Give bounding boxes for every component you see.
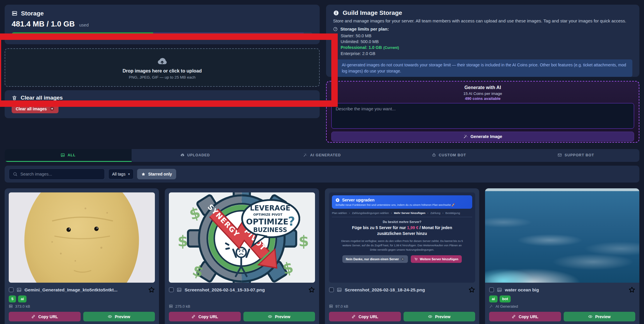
add-servers-button: Weitere Server hinzufügen bbox=[411, 255, 462, 263]
left-column: Storage 481.4 MB / 1.0 GB used Drop imag… bbox=[5, 5, 320, 143]
card-title-row: Screenshot_2026-02-18_18-24-25.png bbox=[329, 286, 475, 293]
generate-image-button[interactable]: Generate Image bbox=[331, 132, 634, 141]
search-box bbox=[9, 169, 105, 180]
star-icon bbox=[141, 172, 146, 176]
star-toggle[interactable] bbox=[308, 286, 315, 293]
star-outline-icon bbox=[468, 286, 475, 293]
storage-card-header: Storage bbox=[12, 10, 313, 17]
preview-button[interactable]: Preview bbox=[404, 312, 475, 321]
tab-support-bot[interactable]: SUPPORT BOT bbox=[512, 149, 639, 162]
tag-badge: bot bbox=[500, 295, 511, 302]
guild-info-description: Store and manage images for your server.… bbox=[333, 18, 632, 23]
star-toggle[interactable] bbox=[629, 286, 635, 293]
right-column: Guild Image Storage Store and manage ima… bbox=[326, 5, 639, 143]
card-tags-empty bbox=[169, 295, 315, 302]
storage-card: Storage 481.4 MB / 1.0 GB used bbox=[5, 5, 320, 44]
breadcrumb-separator: › bbox=[427, 211, 428, 215]
eye-icon bbox=[108, 314, 112, 319]
card-actions: Copy URL Preview Download Rename bbox=[9, 312, 155, 324]
storage-separator: / bbox=[45, 20, 51, 28]
card-checkbox[interactable] bbox=[169, 287, 174, 292]
preview-label: Preview bbox=[275, 314, 290, 319]
ai-prompt-input[interactable] bbox=[331, 103, 634, 129]
image-card-grid: Gemini_Generated_Image_kto5ntkto5ntkt...… bbox=[5, 188, 639, 324]
arrow-right-circle-icon bbox=[49, 106, 54, 111]
tab-all[interactable]: ALL bbox=[5, 149, 132, 162]
search-input[interactable] bbox=[20, 172, 101, 176]
tag-badge: 5 bbox=[9, 295, 16, 302]
breadcrumb-step: Bestätigung bbox=[445, 211, 460, 215]
generate-ai-cost: 15 AI Coins per image bbox=[331, 91, 634, 96]
image-card-upgrade-screenshot: Server upgraden Schalte neue Funktionen … bbox=[325, 188, 479, 324]
potato-photo bbox=[9, 192, 155, 283]
card-image-upgrade-screenshot[interactable]: Server upgraden Schalte neue Funktionen … bbox=[329, 192, 475, 283]
wand-icon bbox=[303, 153, 307, 157]
storage-used: 481.4 MB bbox=[12, 20, 45, 28]
storage-progress-ai-segment bbox=[153, 32, 304, 37]
tab-custom-bot-label: CUSTOM BOT bbox=[439, 153, 466, 157]
card-checkbox[interactable] bbox=[9, 287, 14, 292]
storage-progress-used-segment bbox=[12, 32, 153, 37]
link-icon bbox=[351, 314, 356, 319]
storage-limits-header: Storage limits per plan: bbox=[333, 26, 632, 31]
bubble-optimize-pivot: OPTIMIZE PIVOT bbox=[253, 213, 282, 217]
preview-button[interactable]: Preview bbox=[243, 312, 315, 321]
star-filled-icon bbox=[148, 286, 155, 293]
card-image-diagram[interactable]: $$ $$ $$ bbox=[169, 192, 315, 283]
storage-total: 1.0 GB bbox=[51, 20, 75, 28]
copy-url-button[interactable]: Copy URL bbox=[169, 312, 241, 321]
card-filename: water ocean big bbox=[505, 287, 626, 293]
starred-only-label: Starred only bbox=[148, 172, 172, 176]
breadcrumb-separator: › bbox=[391, 211, 392, 215]
card-title-row: Screenshot_2026-02-14_15-33-07.png bbox=[169, 286, 315, 293]
copy-url-button[interactable]: Copy URL bbox=[489, 312, 561, 321]
info-icon bbox=[333, 10, 339, 16]
decline-offer-label: Nein Danke, nur diesen einen Server bbox=[346, 257, 399, 261]
bubble-leverage: LEVERAGE bbox=[250, 204, 290, 212]
star-toggle-filled[interactable] bbox=[148, 286, 155, 293]
robot-icon bbox=[432, 153, 436, 157]
preview-button[interactable]: Preview bbox=[564, 312, 636, 321]
card-title-row: water ocean big bbox=[489, 286, 635, 293]
card-checkbox[interactable] bbox=[329, 287, 334, 292]
card-title-row: Gemini_Generated_Image_kto5ntkto5ntkt... bbox=[9, 286, 155, 293]
copy-url-label: Copy URL bbox=[38, 314, 58, 319]
upload-hint: PNG, JPEG, GIF — up to 25 MB each bbox=[129, 75, 196, 79]
card-actions: Copy URL Preview Download Rename bbox=[329, 312, 475, 324]
generate-ai-title: Generate with AI bbox=[331, 85, 634, 90]
tab-custom-bot[interactable]: CUSTOM BOT bbox=[385, 149, 512, 162]
card-image-ocean[interactable] bbox=[485, 188, 639, 283]
starred-only-toggle[interactable]: Starred only bbox=[137, 169, 176, 179]
tab-uploaded[interactable]: UPLOADED bbox=[132, 149, 259, 162]
preview-button[interactable]: Preview bbox=[83, 312, 155, 321]
top-section: Storage 481.4 MB / 1.0 GB used Drop imag… bbox=[5, 5, 639, 143]
breadcrumb-separator: › bbox=[443, 211, 443, 215]
clear-all-button[interactable]: Clear all images bbox=[12, 104, 59, 113]
card-checkbox[interactable] bbox=[489, 287, 494, 292]
tags-select[interactable]: All tags ▾ bbox=[108, 169, 134, 179]
plan-professional-current: Professional: 1.0 GB(Current) bbox=[333, 45, 632, 51]
card-ai-generated-row: AI Generated bbox=[489, 304, 635, 309]
tags-select-value: All tags bbox=[112, 172, 125, 176]
cloud-upload-icon bbox=[157, 56, 168, 67]
upload-dropzone[interactable]: Drop images here or click to upload PNG,… bbox=[5, 48, 320, 87]
upgrade-question: Du besitzt mehre Server? bbox=[332, 220, 472, 224]
offer-text: Füge bis zu 5 Server für nur bbox=[352, 225, 407, 230]
plan-current-badge: (Current) bbox=[383, 46, 399, 50]
card-tags-empty bbox=[329, 295, 475, 302]
gauge-icon bbox=[333, 27, 338, 31]
arrow-right-circle-icon bbox=[401, 257, 404, 261]
server-storage-icon bbox=[12, 10, 17, 16]
upload-title: Drop images here or click to upload bbox=[123, 68, 202, 74]
star-toggle[interactable] bbox=[468, 286, 475, 293]
breadcrumb-step-active: Mehr Server hinzufügen bbox=[394, 211, 425, 215]
breadcrumb-separator: › bbox=[349, 211, 350, 215]
server-storage-icon bbox=[169, 304, 173, 308]
card-image-potato[interactable] bbox=[9, 192, 155, 283]
copy-url-button[interactable]: Copy URL bbox=[329, 312, 401, 321]
trash-icon bbox=[12, 95, 17, 101]
plan-unlimited: Unlimited: 500.0 MB bbox=[333, 39, 632, 45]
tab-ai-generated[interactable]: AI GENERATED bbox=[259, 149, 385, 162]
tab-all-label: ALL bbox=[68, 153, 75, 157]
copy-url-button[interactable]: Copy URL bbox=[9, 312, 81, 321]
